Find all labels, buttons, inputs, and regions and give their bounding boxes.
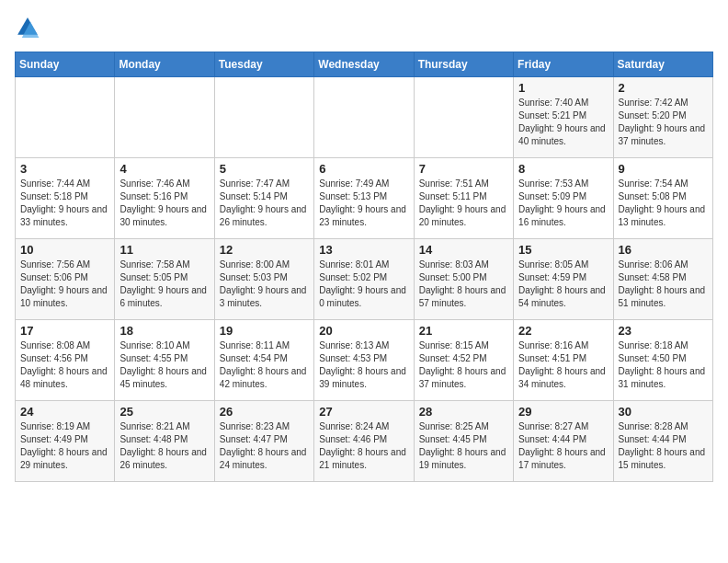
day-number: 2: [619, 81, 708, 95]
calendar-cell: 22Sunrise: 8:16 AMSunset: 4:51 PMDayligh…: [514, 320, 613, 401]
cell-info: Sunrise: 7:54 AMSunset: 5:08 PMDaylight:…: [619, 178, 708, 229]
day-number: 19: [220, 324, 309, 338]
day-number: 15: [518, 243, 608, 257]
day-number: 7: [419, 162, 508, 176]
calendar-week-3: 10Sunrise: 7:56 AMSunset: 5:06 PMDayligh…: [16, 239, 713, 320]
calendar-cell: 4Sunrise: 7:46 AMSunset: 5:16 PMDaylight…: [115, 158, 214, 239]
calendar-cell: [214, 77, 313, 158]
calendar-cell: 20Sunrise: 8:13 AMSunset: 4:53 PMDayligh…: [314, 320, 414, 401]
cell-info: Sunrise: 8:27 AMSunset: 4:44 PMDaylight:…: [518, 420, 608, 472]
day-number: 30: [619, 405, 708, 419]
day-number: 25: [119, 405, 209, 419]
day-number: 3: [20, 162, 109, 176]
calendar-cell: [16, 77, 115, 158]
calendar-week-1: 1Sunrise: 7:40 AMSunset: 5:21 PMDaylight…: [16, 77, 713, 158]
calendar-week-5: 24Sunrise: 8:19 AMSunset: 4:49 PMDayligh…: [16, 401, 713, 482]
cell-info: Sunrise: 8:10 AMSunset: 4:55 PMDaylight:…: [119, 339, 209, 391]
calendar-cell: 27Sunrise: 8:24 AMSunset: 4:46 PMDayligh…: [314, 401, 414, 482]
cell-info: Sunrise: 7:49 AMSunset: 5:13 PMDaylight:…: [319, 178, 408, 229]
calendar-cell: 25Sunrise: 8:21 AMSunset: 4:48 PMDayligh…: [115, 401, 214, 482]
cell-info: Sunrise: 7:44 AMSunset: 5:18 PMDaylight:…: [20, 178, 109, 229]
day-number: 16: [619, 243, 708, 257]
weekday-header-friday: Friday: [514, 52, 613, 77]
calendar-cell: 17Sunrise: 8:08 AMSunset: 4:56 PMDayligh…: [16, 320, 115, 401]
calendar-cell: 11Sunrise: 7:58 AMSunset: 5:05 PMDayligh…: [115, 239, 214, 320]
day-number: 10: [20, 243, 109, 257]
day-number: 27: [319, 405, 408, 419]
weekday-header-sunday: Sunday: [16, 52, 115, 77]
cell-info: Sunrise: 8:13 AMSunset: 4:53 PMDaylight:…: [319, 339, 408, 391]
cell-info: Sunrise: 8:11 AMSunset: 4:54 PMDaylight:…: [220, 339, 309, 391]
day-number: 5: [220, 162, 309, 176]
page-header: [15, 15, 713, 40]
calendar-cell: 13Sunrise: 8:01 AMSunset: 5:02 PMDayligh…: [314, 239, 414, 320]
day-number: 12: [220, 243, 309, 257]
day-number: 26: [220, 405, 309, 419]
calendar-cell: 21Sunrise: 8:15 AMSunset: 4:52 PMDayligh…: [414, 320, 513, 401]
day-number: 21: [419, 324, 508, 338]
cell-info: Sunrise: 8:28 AMSunset: 4:44 PMDaylight:…: [619, 420, 708, 472]
calendar-cell: [414, 77, 513, 158]
cell-info: Sunrise: 8:25 AMSunset: 4:45 PMDaylight:…: [419, 420, 508, 472]
cell-info: Sunrise: 8:05 AMSunset: 4:59 PMDaylight:…: [518, 259, 608, 310]
weekday-header-saturday: Saturday: [613, 52, 712, 77]
cell-info: Sunrise: 8:16 AMSunset: 4:51 PMDaylight:…: [518, 339, 608, 391]
calendar-cell: 6Sunrise: 7:49 AMSunset: 5:13 PMDaylight…: [314, 158, 414, 239]
calendar-cell: 3Sunrise: 7:44 AMSunset: 5:18 PMDaylight…: [16, 158, 115, 239]
calendar-cell: 8Sunrise: 7:53 AMSunset: 5:09 PMDaylight…: [514, 158, 613, 239]
calendar-cell: 24Sunrise: 8:19 AMSunset: 4:49 PMDayligh…: [16, 401, 115, 482]
calendar-week-4: 17Sunrise: 8:08 AMSunset: 4:56 PMDayligh…: [16, 320, 713, 401]
cell-info: Sunrise: 7:47 AMSunset: 5:14 PMDaylight:…: [220, 178, 309, 229]
calendar-cell: 9Sunrise: 7:54 AMSunset: 5:08 PMDaylight…: [613, 158, 712, 239]
calendar-week-2: 3Sunrise: 7:44 AMSunset: 5:18 PMDaylight…: [16, 158, 713, 239]
cell-info: Sunrise: 7:40 AMSunset: 5:21 PMDaylight:…: [518, 97, 608, 148]
day-number: 8: [518, 162, 608, 176]
calendar-cell: 30Sunrise: 8:28 AMSunset: 4:44 PMDayligh…: [613, 401, 712, 482]
weekday-header-tuesday: Tuesday: [214, 52, 313, 77]
logo-icon: [15, 15, 40, 40]
cell-info: Sunrise: 7:42 AMSunset: 5:20 PMDaylight:…: [619, 97, 708, 148]
calendar-cell: 14Sunrise: 8:03 AMSunset: 5:00 PMDayligh…: [414, 239, 513, 320]
cell-info: Sunrise: 7:56 AMSunset: 5:06 PMDaylight:…: [20, 259, 109, 310]
cell-info: Sunrise: 8:00 AMSunset: 5:03 PMDaylight:…: [220, 259, 309, 310]
weekday-header-wednesday: Wednesday: [314, 52, 414, 77]
calendar-cell: [115, 77, 214, 158]
calendar-cell: 12Sunrise: 8:00 AMSunset: 5:03 PMDayligh…: [214, 239, 313, 320]
day-number: 23: [619, 324, 708, 338]
day-number: 22: [518, 324, 608, 338]
day-number: 6: [319, 162, 408, 176]
cell-info: Sunrise: 8:15 AMSunset: 4:52 PMDaylight:…: [419, 339, 508, 391]
cell-info: Sunrise: 8:08 AMSunset: 4:56 PMDaylight:…: [20, 339, 109, 391]
cell-info: Sunrise: 8:21 AMSunset: 4:48 PMDaylight:…: [119, 420, 209, 472]
day-number: 17: [20, 324, 109, 338]
day-number: 13: [319, 243, 408, 257]
calendar-cell: 10Sunrise: 7:56 AMSunset: 5:06 PMDayligh…: [16, 239, 115, 320]
calendar-cell: [314, 77, 414, 158]
cell-info: Sunrise: 8:23 AMSunset: 4:47 PMDaylight:…: [220, 420, 309, 472]
day-number: 14: [419, 243, 508, 257]
calendar-cell: 7Sunrise: 7:51 AMSunset: 5:11 PMDaylight…: [414, 158, 513, 239]
calendar-cell: 26Sunrise: 8:23 AMSunset: 4:47 PMDayligh…: [214, 401, 313, 482]
day-number: 9: [619, 162, 708, 176]
day-number: 18: [119, 324, 209, 338]
calendar-cell: 16Sunrise: 8:06 AMSunset: 4:58 PMDayligh…: [613, 239, 712, 320]
calendar-cell: 19Sunrise: 8:11 AMSunset: 4:54 PMDayligh…: [214, 320, 313, 401]
cell-info: Sunrise: 8:18 AMSunset: 4:50 PMDaylight:…: [619, 339, 708, 391]
calendar-cell: 23Sunrise: 8:18 AMSunset: 4:50 PMDayligh…: [613, 320, 712, 401]
day-number: 4: [119, 162, 209, 176]
cell-info: Sunrise: 8:01 AMSunset: 5:02 PMDaylight:…: [319, 259, 408, 310]
day-number: 1: [518, 81, 608, 95]
cell-info: Sunrise: 8:24 AMSunset: 4:46 PMDaylight:…: [319, 420, 408, 472]
cell-info: Sunrise: 7:46 AMSunset: 5:16 PMDaylight:…: [119, 178, 209, 229]
calendar-cell: 18Sunrise: 8:10 AMSunset: 4:55 PMDayligh…: [115, 320, 214, 401]
calendar-cell: 29Sunrise: 8:27 AMSunset: 4:44 PMDayligh…: [514, 401, 613, 482]
day-number: 29: [518, 405, 608, 419]
cell-info: Sunrise: 7:58 AMSunset: 5:05 PMDaylight:…: [119, 259, 209, 310]
weekday-header-monday: Monday: [115, 52, 214, 77]
day-number: 11: [119, 243, 209, 257]
cell-info: Sunrise: 8:03 AMSunset: 5:00 PMDaylight:…: [419, 259, 508, 310]
logo: [15, 15, 44, 40]
calendar-cell: 2Sunrise: 7:42 AMSunset: 5:20 PMDaylight…: [613, 77, 712, 158]
cell-info: Sunrise: 8:19 AMSunset: 4:49 PMDaylight:…: [20, 420, 109, 472]
calendar-table: SundayMondayTuesdayWednesdayThursdayFrid…: [15, 52, 713, 482]
